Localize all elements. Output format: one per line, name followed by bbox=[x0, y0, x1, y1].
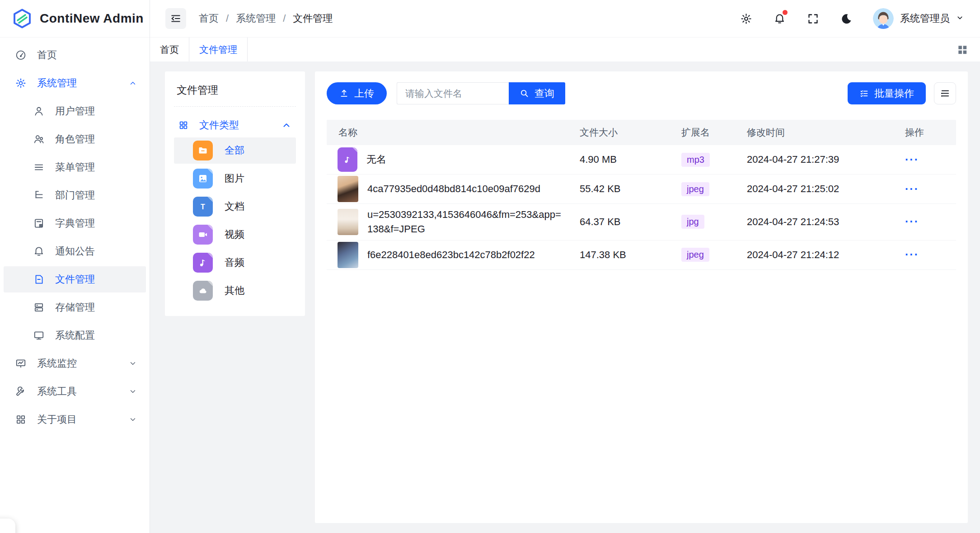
file-table: 名称 文件大小 扩展名 修改时间 操作 无名 4.90 MB bbox=[327, 120, 956, 270]
file-type-all[interactable]: 全部 bbox=[174, 137, 296, 164]
row-actions-ellipsis[interactable]: ··· bbox=[905, 153, 919, 166]
sidebar: ContiNew Admin 首页 系统管理 bbox=[0, 0, 150, 533]
sidebar-item-role-management[interactable]: 角色管理 bbox=[4, 126, 146, 152]
breadcrumb-system-management[interactable]: 系统管理 bbox=[236, 12, 276, 25]
video-icon bbox=[193, 225, 213, 245]
file-type-panel: 文件管理 文件类型 全部 bbox=[165, 71, 305, 316]
sidebar-item-dictionary-management[interactable]: 字典管理 bbox=[4, 210, 146, 236]
file-type-group-toggle[interactable]: 文件类型 bbox=[174, 115, 296, 136]
chevron-up-icon bbox=[129, 79, 137, 87]
file-type-video[interactable]: 视频 bbox=[174, 222, 296, 248]
query-label: 查询 bbox=[535, 87, 554, 100]
file-type-label: 视频 bbox=[225, 228, 244, 241]
sidebar-item-label: 角色管理 bbox=[55, 132, 95, 146]
sidebar-item-menu-management[interactable]: 菜单管理 bbox=[4, 154, 146, 180]
notification-bell-button[interactable] bbox=[773, 12, 786, 25]
sidebar-collapse-button[interactable] bbox=[165, 8, 186, 29]
storage-icon bbox=[33, 301, 45, 314]
user-menu[interactable]: 系统管理员 bbox=[873, 8, 964, 29]
table-row: u=2530392133,4153646046&fm=253&app=138&f… bbox=[327, 204, 956, 241]
notification-dot bbox=[783, 10, 788, 15]
tab-actions-grid-icon[interactable] bbox=[955, 42, 970, 57]
ext-badge: jpeg bbox=[681, 182, 709, 196]
chevron-up-icon bbox=[281, 120, 291, 130]
sidebar-item-system-tools[interactable]: 系统工具 bbox=[4, 378, 146, 405]
sidebar-item-about-project[interactable]: 关于项目 bbox=[4, 406, 146, 433]
dark-mode-moon-button[interactable] bbox=[839, 12, 853, 25]
sidebar-item-notice[interactable]: 通知公告 bbox=[4, 238, 146, 264]
grid-icon bbox=[178, 120, 188, 130]
user-name: 系统管理员 bbox=[900, 12, 950, 25]
table-row: 4ca77935ed0d48bd814c10e09af7629d 55.42 K… bbox=[327, 175, 956, 204]
dashed-divider bbox=[174, 106, 296, 107]
chevron-down-icon bbox=[129, 387, 137, 396]
file-type-image[interactable]: 图片 bbox=[174, 165, 296, 192]
table-row: f6e228401e8ed623bc142c78b2f02f22 147.38 … bbox=[327, 241, 956, 270]
sidebar-item-home[interactable]: 首页 bbox=[4, 42, 146, 68]
chevron-down-icon bbox=[956, 13, 964, 24]
view-mode-button[interactable] bbox=[934, 82, 956, 104]
file-type-label: 音频 bbox=[225, 256, 244, 269]
document-icon: T bbox=[193, 197, 213, 217]
monitor-chart-icon bbox=[14, 357, 27, 370]
sidebar-item-label: 通知公告 bbox=[55, 245, 95, 258]
sidebar-item-system-monitor[interactable]: 系统监控 bbox=[4, 350, 146, 377]
menu-lines-icon bbox=[33, 161, 45, 174]
sidebar-item-user-management[interactable]: 用户管理 bbox=[4, 98, 146, 124]
batch-operation-button[interactable]: 批量操作 bbox=[848, 82, 926, 104]
breadcrumb: 首页 / 系统管理 / 文件管理 bbox=[199, 12, 333, 25]
sidebar-item-label: 部门管理 bbox=[55, 189, 95, 202]
brand-logo: ContiNew Admin bbox=[0, 0, 150, 38]
dashboard-icon bbox=[14, 49, 27, 61]
ext-badge: jpeg bbox=[681, 248, 709, 262]
audio-file-icon bbox=[338, 147, 357, 172]
sidebar-item-label: 用户管理 bbox=[55, 104, 95, 118]
search-input[interactable] bbox=[397, 82, 509, 104]
menu-fold-icon bbox=[170, 13, 182, 24]
column-header-name: 名称 bbox=[327, 126, 580, 139]
file-list-panel: 上传 查询 bbox=[315, 71, 968, 523]
sidebar-item-system-management[interactable]: 系统管理 bbox=[4, 70, 146, 96]
users-icon bbox=[33, 133, 45, 146]
sidebar-item-department-management[interactable]: 部门管理 bbox=[4, 182, 146, 208]
row-actions-ellipsis[interactable]: ··· bbox=[905, 215, 919, 228]
sidebar-item-file-management[interactable]: 文件管理 bbox=[4, 266, 146, 292]
file-type-document[interactable]: T 文档 bbox=[174, 193, 296, 220]
upload-label: 上传 bbox=[354, 87, 374, 100]
tab-file-management[interactable]: 文件管理 bbox=[189, 38, 248, 61]
dictionary-icon bbox=[33, 217, 45, 230]
sidebar-item-label: 关于项目 bbox=[37, 413, 77, 426]
sidebar-item-storage-management[interactable]: 存储管理 bbox=[4, 294, 146, 321]
floating-corner-widget[interactable] bbox=[0, 519, 15, 533]
file-name[interactable]: f6e228401e8ed623bc142c78b2f02f22 bbox=[367, 244, 535, 266]
settings-gear-button[interactable] bbox=[739, 12, 753, 25]
batch-operation-label: 批量操作 bbox=[874, 87, 914, 100]
row-actions-ellipsis[interactable]: ··· bbox=[905, 248, 919, 261]
file-name[interactable]: 4ca77935ed0d48bd814c10e09af7629d bbox=[367, 178, 540, 200]
column-header-size: 文件大小 bbox=[580, 126, 681, 139]
breadcrumb-home[interactable]: 首页 bbox=[199, 12, 219, 25]
file-icon bbox=[33, 273, 45, 286]
toolbar-right: 批量操作 bbox=[848, 82, 956, 104]
upload-icon bbox=[339, 89, 349, 98]
fullscreen-button[interactable] bbox=[806, 12, 820, 25]
ext-badge: jpg bbox=[681, 215, 704, 229]
file-name[interactable]: 无名 bbox=[366, 149, 386, 170]
sidebar-item-system-config[interactable]: 系统配置 bbox=[4, 322, 146, 349]
file-size: 4.90 MB bbox=[580, 154, 681, 165]
query-button[interactable]: 查询 bbox=[509, 82, 565, 104]
file-type-other[interactable]: 其他 bbox=[174, 278, 296, 304]
file-type-label: 全部 bbox=[225, 144, 244, 157]
sidebar-item-label: 菜单管理 bbox=[55, 160, 95, 174]
upload-button[interactable]: 上传 bbox=[327, 82, 387, 104]
search-icon bbox=[520, 89, 529, 98]
file-name[interactable]: u=2530392133,4153646046&fm=253&app=138&f… bbox=[367, 204, 566, 240]
file-thumbnail bbox=[338, 242, 358, 268]
checklist-icon bbox=[859, 89, 869, 98]
chevron-down-icon bbox=[129, 359, 137, 368]
main-region: 首页 / 系统管理 / 文件管理 bbox=[150, 0, 980, 533]
tab-home[interactable]: 首页 bbox=[150, 38, 189, 61]
file-size: 147.38 KB bbox=[580, 249, 681, 261]
row-actions-ellipsis[interactable]: ··· bbox=[905, 183, 919, 195]
file-type-audio[interactable]: 音频 bbox=[174, 250, 296, 276]
